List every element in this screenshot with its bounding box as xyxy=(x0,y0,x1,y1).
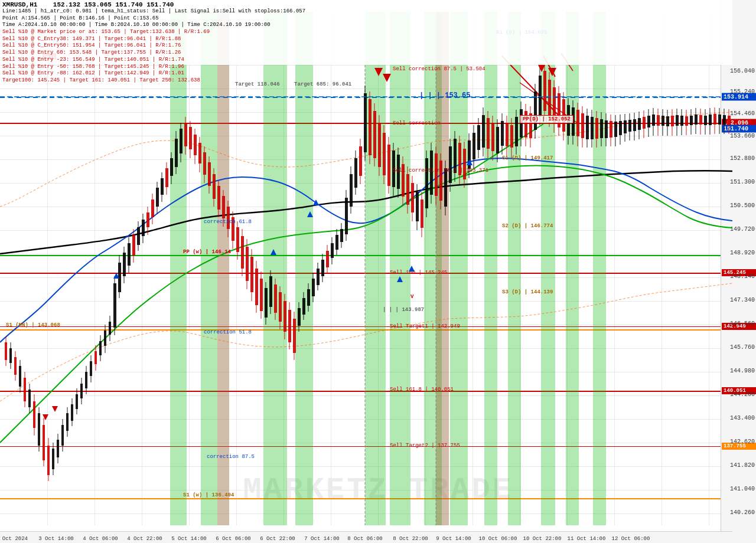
buy-arrow-6 xyxy=(409,266,415,272)
time-12: 10 Oct 06:00 xyxy=(479,536,517,542)
price-label-147: 148.140 xyxy=(730,273,755,280)
buy-arrow-5 xyxy=(397,276,403,282)
top-info-bar: XMRUSD,H1 152.132 153.065 151.740 151.74… xyxy=(0,0,732,65)
chart-container: MARKETZ TRADE xyxy=(0,0,756,543)
sell-100-label: Sell 100 | 145.245 xyxy=(390,270,447,276)
price-label-149: 149.720 xyxy=(730,226,755,233)
info-line-4: Sell %10 @ Market price or at: 153.65 | … xyxy=(2,29,730,36)
time-14: 11 Oct 14:00 xyxy=(568,536,606,542)
price-label-150: 150.500 xyxy=(730,202,755,209)
time-axis: 2 Oct 2024 3 Oct 14:00 4 Oct 06:00 4 Oct… xyxy=(0,531,732,543)
correction-51-8-label: correction 51.8 xyxy=(204,329,252,335)
info-line-9: Sell %10 @ Entry -50: 158.768 | Target:1… xyxy=(2,64,730,71)
time-1: 2 Oct 2024 xyxy=(0,536,28,542)
sell-correction-38-2-label: Sell correction 38.2 | 153.371 xyxy=(393,168,488,174)
info-line-1: Line:1485 | h1_atr_c0: 0.981 | tema_h1_s… xyxy=(2,8,730,15)
time-4: 4 Oct 22:00 xyxy=(127,536,162,542)
price-label-139: 141.820 xyxy=(730,462,755,469)
time-8: 7 Oct 14:00 xyxy=(304,536,339,542)
price-label-142: 144.200 xyxy=(730,391,755,398)
buy-arrow-1 xyxy=(113,273,119,279)
s1-w-label: S1 (w) | 136.494 xyxy=(183,492,234,498)
s1-d-label: S1 (D) | 149.417 xyxy=(502,155,553,161)
price-label-148: 148.920 xyxy=(730,250,755,256)
info-line-5: Sell %10 @ C_Entry38: 149.371 | Target:9… xyxy=(2,36,730,43)
price-label-156: 156.040 xyxy=(730,68,755,74)
price-label-146: 147.340 xyxy=(730,297,755,303)
time-9: 8 Oct 06:00 xyxy=(347,536,382,542)
buy-arrow-2 xyxy=(271,249,276,255)
time-6: 6 Oct 06:00 xyxy=(216,536,250,542)
time-11: 9 Oct 14:00 xyxy=(436,536,471,542)
time-3: 4 Oct 06:00 xyxy=(83,536,118,542)
chart-title: XMRUSD,H1 152.132 153.065 151.740 151.74… xyxy=(2,1,730,8)
price-label-153: 153.660 xyxy=(730,133,755,139)
time-15: 12 Oct 06:00 xyxy=(612,536,650,542)
price-label-137: 140.260 xyxy=(730,509,755,516)
price-label-145-2: 146.560 xyxy=(730,320,755,327)
info-line-11: Target100: 145.245 | Target 161: 140.051… xyxy=(2,77,730,84)
info-line-2: Point A:154.565 | Point B:146.16 | Point… xyxy=(2,15,730,22)
sell-arrow-big2 xyxy=(52,406,58,412)
price-marker-143: | | | 143.987 xyxy=(383,307,424,313)
sell-correction-label: Sell correction xyxy=(393,120,441,126)
sell-target2-label: Sell Target2 | 137.755 xyxy=(390,443,460,449)
price-label-138: 141.040 xyxy=(730,486,755,492)
price-label-140-2: 142.620 xyxy=(730,439,755,445)
time-2: 3 Oct 14:00 xyxy=(38,536,73,542)
price-label-151: 151.300 xyxy=(730,179,755,185)
sell-161-8-label: Sell 161.8 | 140.051 xyxy=(390,387,454,392)
buy-arrow-4 xyxy=(313,199,319,205)
info-line-10: Sell %10 @ Entry -88: 162.012 | Target:1… xyxy=(2,70,730,77)
price-label-154: 154.460 xyxy=(730,110,755,117)
time-13: 10 Oct 22:00 xyxy=(523,536,562,542)
price-label-155: 155.240 xyxy=(730,89,755,95)
info-line-6: Sell %10 @ C_Entry50: 151.954 | Target:9… xyxy=(2,42,730,50)
buy-arrow-7 xyxy=(467,159,472,165)
info-line-7: Sell %10 @ Entry 60: 153.548 | Target:13… xyxy=(2,50,730,57)
sell-target1-label: Sell Target1 | 142.949 xyxy=(390,323,460,329)
pp-d-box: PP(D) | 152.052 xyxy=(520,115,573,123)
s2-d-label: S2 (D) | 146.774 xyxy=(502,223,553,229)
info-line-8: Sell %10 @ Entry -23: 156.549 | Target:1… xyxy=(2,57,730,64)
price-label-141: 143.400 xyxy=(730,415,755,421)
time-10: 8 Oct 22:00 xyxy=(393,536,428,542)
price-label-152: 152.880 xyxy=(730,155,755,162)
time-7: 6 Oct 22:00 xyxy=(260,536,295,542)
buy-arrow-3 xyxy=(307,211,313,217)
point-v-label: V xyxy=(410,294,413,300)
sell-arrow-big xyxy=(43,414,48,420)
s3-d-label: S3 (D) | 144.139 xyxy=(502,289,553,295)
correction-87-5-label: correction 87.5 xyxy=(207,454,255,460)
pp-w-label: PP (w) | 146.14 xyxy=(183,249,231,255)
s1-mn-chart-label: S1 (MN) | 143.068 xyxy=(6,322,60,328)
time-5: 5 Oct 14:00 xyxy=(171,536,206,542)
correction-label-1: correction 61.8 xyxy=(204,219,252,225)
price-label-143: 144.980 xyxy=(730,368,755,374)
info-line-3: Time A:2024.10.10 00:00:00 | Time B:2024… xyxy=(2,22,730,29)
current-price-label: | | | 153.65 xyxy=(419,91,470,100)
price-label-144: 145.760 xyxy=(730,344,755,351)
